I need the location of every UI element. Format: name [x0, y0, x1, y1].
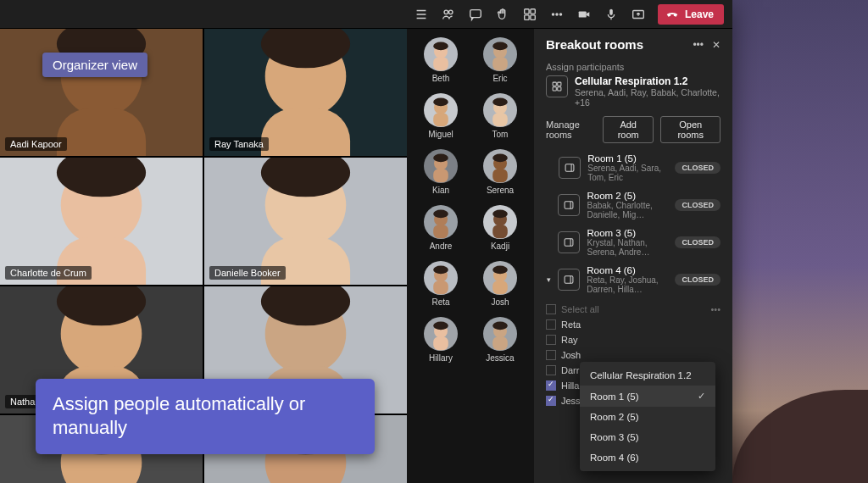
participant-item[interactable]: Ray — [546, 333, 721, 347]
roster-item[interactable]: Reta — [412, 261, 470, 314]
share-screen-icon[interactable] — [631, 7, 646, 22]
room-icon — [559, 157, 581, 179]
roster-item[interactable]: Eric — [471, 37, 529, 90]
panel-more-icon[interactable]: ••• — [693, 39, 704, 51]
assign-to-room-menu: Cellular Respiration 1.2Room 1 (5)✓Room … — [580, 362, 715, 471]
svg-rect-2 — [470, 9, 481, 17]
participant-item[interactable]: Reta — [546, 318, 721, 331]
menu-item-label: Room 3 (5) — [590, 432, 639, 442]
chevron-icon[interactable]: ▾ — [546, 275, 551, 284]
roster-item[interactable]: Miguel — [412, 93, 470, 146]
svg-rect-4 — [531, 8, 535, 13]
menu-item[interactable]: Room 2 (5) — [580, 407, 715, 427]
video-tile[interactable]: Aadi Kapoor — [0, 29, 203, 156]
participant-checkbox[interactable] — [546, 335, 556, 345]
select-all-checkbox[interactable] — [546, 304, 556, 314]
participant-item[interactable]: Josh — [546, 348, 721, 362]
svg-rect-79 — [433, 280, 448, 294]
menu-item[interactable]: Cellular Respiration 1.2 — [580, 365, 715, 386]
assign-participants-label: Assign participants — [546, 62, 721, 72]
video-tile[interactable]: Ray Tanaka — [204, 29, 407, 156]
close-icon[interactable]: ✕ — [712, 39, 721, 51]
svg-point-0 — [444, 10, 448, 14]
menu-item[interactable]: Room 4 (6) — [580, 447, 715, 468]
select-all-more-icon[interactable]: ••• — [710, 304, 721, 314]
roster-item[interactable]: Jessica — [471, 317, 529, 369]
avatar — [424, 205, 458, 239]
menu-item-label: Room 4 (6) — [590, 452, 639, 463]
menu-item-label: Room 1 (5) — [590, 391, 639, 402]
room-subtitle: Serena, Aadi, Sara, Tom, Eric — [587, 164, 668, 182]
open-rooms-button[interactable]: Open rooms — [660, 116, 721, 143]
room-row[interactable]: Room 1 (5)Serena, Aadi, Sara, Tom, Eric … — [546, 150, 721, 186]
svg-rect-67 — [492, 169, 508, 182]
breakout-rooms-icon[interactable] — [522, 7, 537, 22]
avatar — [483, 37, 517, 71]
svg-point-68 — [492, 154, 508, 163]
list-view-icon[interactable] — [414, 7, 429, 22]
menu-item[interactable]: Room 3 (5) — [580, 427, 715, 447]
svg-rect-63 — [433, 169, 448, 182]
leave-button[interactable]: Leave — [658, 4, 724, 25]
roster-item[interactable]: Serena — [471, 149, 529, 202]
room-row[interactable]: ▾ Room 4 (6)Reta, Ray, Joshua, Darren, H… — [546, 262, 721, 297]
svg-rect-3 — [525, 8, 529, 13]
more-actions-icon[interactable] — [549, 7, 565, 22]
svg-point-60 — [492, 98, 508, 107]
menu-item-label: Cellular Respiration 1.2 — [590, 370, 692, 380]
room-row[interactable]: Room 3 (5)Krystal, Nathan, Serena, Andre… — [546, 225, 721, 260]
roster-item[interactable]: Tom — [471, 93, 529, 146]
select-all-row[interactable]: Select all ••• — [546, 304, 721, 314]
participant-name: Josh — [561, 350, 581, 360]
avatar — [424, 317, 458, 351]
mic-icon[interactable] — [604, 7, 619, 22]
rooms-list: Room 1 (5)Serena, Aadi, Sara, Tom, Eric … — [546, 150, 721, 297]
svg-point-64 — [433, 154, 448, 163]
participant-checkbox[interactable] — [546, 380, 556, 391]
roster-name: Eric — [492, 74, 507, 83]
svg-rect-11 — [609, 8, 613, 14]
svg-rect-98 — [565, 202, 574, 208]
room-title: Room 3 (5) — [587, 228, 668, 238]
people-icon[interactable] — [441, 7, 456, 22]
video-tile[interactable]: Danielle Booker — [204, 158, 407, 285]
svg-point-56 — [433, 98, 448, 107]
avatar — [483, 317, 517, 351]
add-room-button[interactable]: Add room — [603, 116, 654, 143]
room-row[interactable]: Room 2 (5)Babak, Charlotte, Danielle, Mi… — [546, 187, 721, 223]
participant-name: Hilla — [561, 380, 579, 391]
participant-checkbox[interactable] — [546, 365, 556, 375]
check-icon: ✓ — [698, 391, 705, 402]
roster-name: Tom — [492, 130, 509, 139]
room-title: Room 1 (5) — [587, 153, 668, 164]
roster-item[interactable]: Josh — [471, 261, 529, 314]
raise-hand-icon[interactable] — [495, 7, 510, 22]
video-tile[interactable]: Charlotte de Crum — [0, 158, 203, 285]
participant-nametag: Danielle Booker — [209, 266, 286, 280]
participant-checkbox[interactable] — [546, 396, 556, 406]
svg-point-92 — [492, 322, 508, 330]
menu-item[interactable]: Room 1 (5)✓ — [580, 386, 715, 407]
roster-item[interactable]: Beth — [412, 37, 470, 90]
meeting-rooms-icon — [546, 75, 568, 97]
participant-nametag: Aadi Kapoor — [5, 137, 67, 151]
svg-rect-87 — [433, 336, 448, 350]
meeting-row[interactable]: Cellular Respiration 1.2 Serena, Aadi, R… — [546, 75, 721, 108]
roster-name: Andre — [430, 242, 453, 251]
svg-point-7 — [552, 13, 554, 14]
participant-name: Ray — [561, 335, 578, 345]
breakout-rooms-panel: Breakout rooms ••• ✕ Assign participants… — [534, 29, 732, 483]
participant-nametag: Charlotte de Crum — [5, 266, 92, 280]
roster-item[interactable]: Andre — [412, 205, 470, 258]
roster-item[interactable]: Hillary — [412, 317, 470, 369]
organizer-view-badge: Organizer view — [42, 53, 147, 77]
camera-icon[interactable] — [576, 7, 592, 22]
participant-checkbox[interactable] — [546, 319, 556, 330]
roster-name: Kian — [432, 186, 449, 195]
roster-item[interactable]: Kian — [412, 149, 470, 202]
chat-icon[interactable] — [468, 7, 483, 22]
video-gallery: Aadi Kapoor Ray Tanaka Charlotte de Crum… — [0, 29, 407, 483]
roster-item[interactable]: Kadji — [471, 205, 529, 258]
roster-name: Hillary — [429, 353, 453, 363]
participant-checkbox[interactable] — [546, 350, 556, 360]
